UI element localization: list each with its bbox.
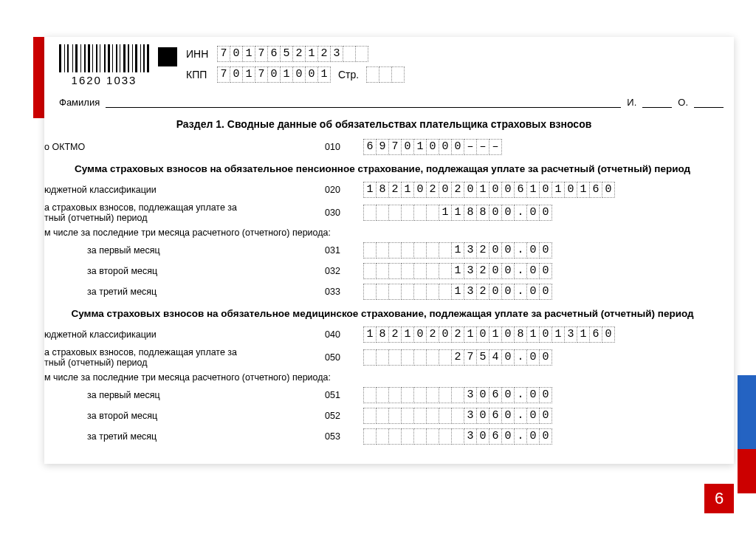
cell: 0 bbox=[476, 387, 489, 403]
m3-033-row: за третий месяц 033 13200.00 bbox=[44, 284, 724, 300]
cell: 2 bbox=[426, 326, 439, 343]
cell bbox=[413, 205, 427, 221]
cell: 1 bbox=[451, 284, 464, 300]
cell: 0 bbox=[439, 139, 452, 155]
cell bbox=[401, 428, 414, 445]
cell: 0 bbox=[464, 182, 477, 198]
cell bbox=[426, 284, 439, 300]
cell: 1 bbox=[413, 139, 427, 155]
cell bbox=[413, 349, 427, 366]
surname-row: Фамилия И. О. bbox=[59, 97, 724, 108]
cell: 8 bbox=[476, 205, 489, 221]
cell: 6 bbox=[514, 182, 527, 198]
cell: 1 bbox=[526, 182, 540, 198]
cell bbox=[413, 242, 427, 259]
barcode-bars bbox=[59, 44, 149, 72]
cell: 0 bbox=[292, 66, 306, 83]
cell: 1 bbox=[577, 326, 590, 343]
cell: 3 bbox=[464, 428, 477, 445]
cell: 0 bbox=[451, 139, 464, 155]
cell bbox=[363, 284, 377, 300]
cell: 2 bbox=[451, 349, 464, 366]
cell bbox=[388, 349, 402, 366]
cell: 3 bbox=[330, 46, 343, 62]
cell: 0 bbox=[230, 66, 243, 83]
sum-050-cells: 27540.00 bbox=[363, 349, 552, 366]
cell: 0 bbox=[413, 326, 427, 343]
cell: 0 bbox=[539, 284, 552, 300]
cell bbox=[439, 263, 452, 279]
cell: 0 bbox=[539, 205, 552, 221]
decor-red-block bbox=[738, 449, 756, 493]
cell: 0 bbox=[413, 182, 427, 198]
oktmo-cells: 69701000––– bbox=[363, 139, 502, 155]
cell: 2 bbox=[476, 242, 489, 259]
cell: 0 bbox=[476, 408, 489, 424]
cell bbox=[388, 242, 402, 259]
cell: 1 bbox=[363, 326, 377, 343]
cell bbox=[363, 263, 377, 279]
cell: 0 bbox=[439, 326, 452, 343]
cell: 2 bbox=[388, 326, 402, 343]
cell: 0 bbox=[501, 242, 515, 259]
cell bbox=[363, 242, 377, 259]
cell: 0 bbox=[230, 46, 243, 62]
cell: 0 bbox=[501, 387, 515, 403]
inn-row: ИНН 7017652123 bbox=[186, 46, 405, 62]
cell: 7 bbox=[464, 349, 477, 366]
kbk-040-row: юджетной классификации 040 1821020210108… bbox=[44, 326, 724, 343]
code-050: 050 bbox=[325, 352, 363, 363]
cell bbox=[376, 349, 389, 366]
kpp-label: КПП bbox=[186, 69, 213, 81]
cell bbox=[413, 263, 427, 279]
cell: 2 bbox=[426, 182, 439, 198]
cell: 1 bbox=[451, 242, 464, 259]
kbk-020-cells: 18210202010061010160 bbox=[363, 182, 615, 198]
cell: 3 bbox=[464, 387, 477, 403]
cell bbox=[401, 242, 414, 259]
cell: – bbox=[476, 139, 489, 155]
cell bbox=[388, 428, 402, 445]
cell: 1 bbox=[242, 66, 255, 83]
cell bbox=[401, 263, 414, 279]
m1-031-cells: 13200.00 bbox=[363, 242, 552, 259]
cell: 0 bbox=[501, 428, 515, 445]
cell: 0 bbox=[501, 205, 515, 221]
cell: 6 bbox=[267, 46, 281, 62]
cell: . bbox=[514, 408, 527, 424]
page-number-badge: 6 bbox=[704, 484, 734, 513]
cell bbox=[413, 284, 427, 300]
cell bbox=[401, 408, 414, 424]
cell bbox=[376, 242, 389, 259]
cell: 6 bbox=[363, 139, 377, 155]
cell: 6 bbox=[489, 408, 502, 424]
header-row: 1620 1033 ИНН 7017652123 КПП 701701001 С… bbox=[44, 44, 724, 86]
cell bbox=[451, 428, 464, 445]
m2-032-row: за второй месяц 032 13200.00 bbox=[44, 263, 724, 279]
cell: 0 bbox=[501, 284, 515, 300]
cell bbox=[343, 46, 356, 62]
code-030: 030 bbox=[325, 208, 363, 218]
cell bbox=[426, 205, 439, 221]
black-square-marker bbox=[158, 47, 177, 66]
cell: 1 bbox=[280, 66, 293, 83]
str-cells bbox=[366, 66, 405, 83]
cell: 5 bbox=[280, 46, 293, 62]
cell: 0 bbox=[526, 263, 540, 279]
cell bbox=[426, 408, 439, 424]
cell: 0 bbox=[526, 205, 540, 221]
cell: 3 bbox=[464, 242, 477, 259]
cell: 0 bbox=[539, 428, 552, 445]
surname-underline bbox=[106, 97, 621, 108]
cell: 1 bbox=[317, 66, 331, 83]
cell bbox=[401, 387, 414, 403]
inn-label: ИНН bbox=[186, 48, 213, 60]
cell bbox=[376, 284, 389, 300]
cell: 1 bbox=[551, 182, 565, 198]
cell bbox=[391, 66, 405, 83]
cell: 0 bbox=[539, 349, 552, 366]
cell bbox=[376, 205, 389, 221]
cell: 0 bbox=[539, 326, 552, 343]
document-page: 1620 1033 ИНН 7017652123 КПП 701701001 С… bbox=[44, 37, 734, 464]
decor-blue-block bbox=[738, 375, 756, 449]
